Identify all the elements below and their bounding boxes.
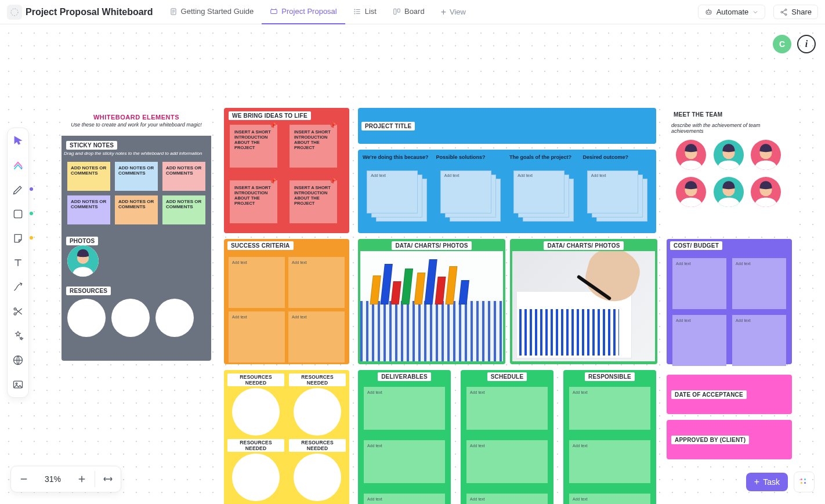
tool-cursor[interactable] (11, 134, 25, 148)
schedule-note[interactable]: Add text (466, 440, 548, 483)
panel-project-questions[interactable]: We're doing this because? Add text Possi… (358, 150, 656, 233)
svg-point-32 (804, 482, 806, 484)
responsible-note[interactable]: Add text (569, 387, 650, 430)
responsible-note[interactable]: Add text (569, 440, 650, 483)
pin-icon: 📌 (329, 122, 336, 129)
ideas-title: WE BRING IDEAS TO LIFE (229, 111, 311, 120)
svg-point-9 (707, 12, 708, 13)
intro-note[interactable]: 📌INSERT A SHORT INTRODUCTION ABOUT THE P… (290, 125, 337, 168)
left-toolbar: + (7, 128, 29, 398)
panel-data-charts-1[interactable]: DATA/ CHARTS/ PHOTOS (358, 239, 505, 364)
team-avatar[interactable] (676, 177, 706, 207)
automate-button[interactable]: Automate (698, 5, 766, 19)
sticky-blue[interactable]: ADD NOTES OR COMMENTS (115, 162, 158, 191)
team-avatar[interactable] (714, 177, 744, 207)
sticky-yellow[interactable]: ADD NOTES OR COMMENTS (67, 162, 110, 191)
tool-shape[interactable] (11, 207, 25, 221)
panel-deliverables[interactable]: DELIVERABLES Add text Add text Add text (358, 370, 451, 504)
resource-slot[interactable] (294, 454, 341, 501)
panel-approved-by[interactable]: APPROVED BY (CLIENT) (667, 420, 792, 459)
fit-to-screen-button[interactable] (95, 466, 121, 492)
success-note[interactable]: Add text (288, 257, 345, 308)
pin-icon: 📌 (329, 178, 336, 184)
success-title: SUCCESS CRITERIA (227, 241, 294, 250)
tab-board[interactable]: Board (385, 0, 433, 24)
budget-note[interactable]: Add text (672, 258, 726, 309)
schedule-note[interactable]: Add text (466, 387, 548, 430)
elements-header: WHITEBOARD ELEMENTS Use these to create … (61, 108, 211, 136)
panel-whiteboard-elements[interactable]: WHITEBOARD ELEMENTS Use these to create … (61, 108, 211, 361)
tool-web-icon[interactable] (11, 353, 25, 367)
zoom-percent[interactable]: 31% (37, 474, 69, 484)
svg-rect-8 (706, 10, 711, 14)
svg-point-0 (11, 9, 18, 16)
add-view-button[interactable]: + View (433, 0, 474, 24)
panel-ideas-to-life[interactable]: WE BRING IDEAS TO LIFE 📌INSERT A SHORT I… (224, 108, 349, 233)
panel-schedule[interactable]: SCHEDULE Add text Add text Add text (461, 370, 553, 504)
budget-note[interactable]: Add text (732, 258, 786, 309)
sticky-orange[interactable]: ADD NOTES OR COMMENTS (115, 195, 158, 224)
tool-image-icon[interactable] (11, 378, 25, 391)
schedule-note[interactable]: Add text (466, 494, 548, 504)
avatar-placeholder[interactable] (67, 245, 99, 277)
tool-scissors-icon[interactable] (11, 304, 25, 318)
sticky-pink[interactable]: ADD NOTES OR COMMENTS (162, 162, 205, 191)
new-task-button[interactable]: + Task (746, 473, 788, 491)
responsible-note[interactable]: Add text (569, 494, 650, 504)
panel-data-charts-2[interactable]: DATA/ CHARTS/ PHOTOS (510, 239, 657, 364)
deliverables-note[interactable]: Add text (364, 494, 445, 504)
note-stack[interactable]: Add text (587, 171, 647, 222)
whiteboard-canvas[interactable]: WHITEBOARD ELEMENTS Use these to create … (0, 24, 825, 504)
resource-slot[interactable] (294, 388, 341, 436)
resource-slot[interactable] (232, 454, 280, 501)
resource-slot[interactable] (67, 299, 106, 337)
panel-meet-team[interactable]: MEET THE TEAM describe with the achievem… (667, 108, 792, 233)
zoom-out-button[interactable] (11, 466, 37, 492)
panel-responsible[interactable]: RESPONSIBLE Add text Add text Add text (563, 370, 656, 504)
resource-slot[interactable] (155, 299, 194, 337)
resource-slot[interactable] (111, 299, 150, 337)
panel-cost-budget[interactable]: COST/ BUDGET Add text Add text Add text … (667, 239, 792, 364)
tab-list[interactable]: List (345, 0, 385, 24)
resource-slot[interactable] (232, 388, 280, 436)
tab-project-proposal[interactable]: Project Proposal (262, 0, 345, 24)
team-avatar[interactable] (714, 140, 744, 170)
svg-point-30 (804, 478, 806, 480)
tool-clickup-icon[interactable]: + (11, 158, 25, 172)
team-avatar[interactable] (676, 140, 706, 170)
panel-date-acceptance[interactable]: DATE OF ACCEPTANCE (667, 375, 792, 414)
intro-note[interactable]: 📌INSERT A SHORT INTRODUCTION ABOUT THE P… (290, 180, 337, 223)
intro-note[interactable]: 📌INSERT A SHORT INTRODUCTION ABOUT THE P… (230, 180, 277, 223)
panel-resources-needed[interactable]: RESOURCES NEEDED RESOURCES NEEDED RESOUR… (224, 370, 349, 504)
panel-project-title[interactable]: PROJECT TITLE (358, 108, 656, 144)
budget-note[interactable]: Add text (732, 315, 786, 366)
tool-ai-icon[interactable] (11, 329, 25, 343)
apps-button[interactable] (794, 472, 815, 492)
budget-note[interactable]: Add text (672, 315, 726, 366)
tool-connector[interactable] (11, 280, 25, 294)
note-stack[interactable]: Add text (367, 171, 427, 222)
tool-pen[interactable] (11, 183, 25, 197)
team-avatar[interactable] (751, 140, 781, 170)
deliverables-note[interactable]: Add text (364, 440, 445, 483)
sticky-purple[interactable]: ADD NOTES OR COMMENTS (67, 195, 110, 224)
share-label: Share (791, 8, 812, 16)
info-icon[interactable]: i (797, 35, 816, 53)
add-view-label: View (450, 8, 466, 16)
deliverables-note[interactable]: Add text (364, 387, 445, 430)
tool-text[interactable] (11, 256, 25, 270)
note-stack[interactable]: Add text (513, 171, 574, 222)
success-note[interactable]: Add text (229, 257, 285, 308)
share-button[interactable]: Share (773, 5, 818, 19)
success-note[interactable]: Add text (229, 311, 285, 362)
team-avatar[interactable] (751, 177, 781, 207)
user-avatar[interactable]: C (773, 35, 791, 53)
zoom-in-button[interactable] (69, 466, 95, 492)
panel-success-criteria[interactable]: SUCCESS CRITERIA Add text Add text Add t… (224, 239, 349, 364)
tab-getting-started[interactable]: Getting Started Guide (161, 0, 262, 24)
tool-sticky-note[interactable] (11, 231, 25, 245)
success-note[interactable]: Add text (288, 311, 345, 362)
intro-note[interactable]: 📌INSERT A SHORT INTRODUCTION ABOUT THE P… (230, 125, 277, 168)
sticky-green[interactable]: ADD NOTES OR COMMENTS (162, 195, 205, 224)
note-stack[interactable]: Add text (440, 171, 501, 222)
